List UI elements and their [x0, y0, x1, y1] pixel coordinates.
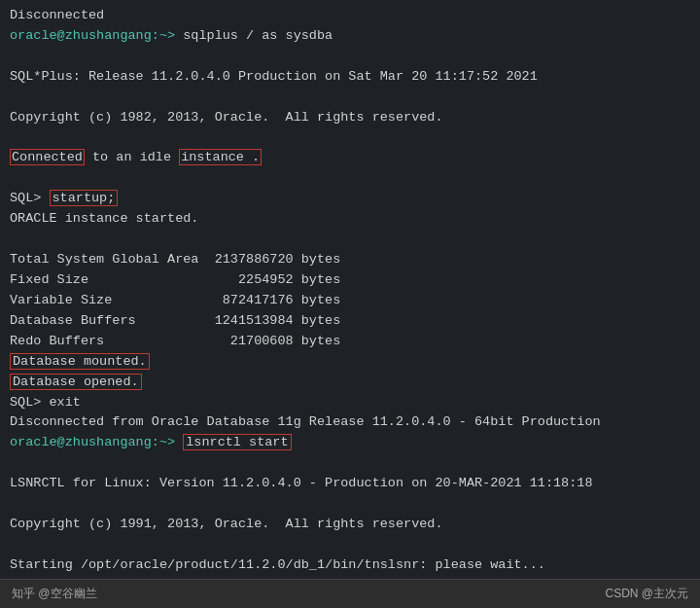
- cmd1: sqlplus / as sysdba: [175, 28, 332, 43]
- line-sql-startup: SQL> startup;: [10, 189, 690, 209]
- cmd2: lsnrctl start: [175, 434, 291, 450]
- line-prompt2: oracle@zhushangang:~> lsnrctl start: [10, 433, 690, 453]
- line-sqlplus-release: SQL*Plus: Release 11.2.0.4.0 Production …: [10, 67, 690, 88]
- line-db-opened: Database opened.: [10, 373, 690, 393]
- prompt2: oracle@zhushangang:~>: [10, 435, 175, 449]
- line-blank7: [10, 494, 690, 515]
- line-db-buffers: Database Buffers 1241513984 bytes: [10, 311, 690, 332]
- line-blank5: [10, 230, 690, 250]
- instance-highlight: instance .: [179, 149, 262, 165]
- prompt1: oracle@zhushangang:~>: [10, 28, 175, 43]
- line-blank4: [10, 168, 690, 189]
- line-blank2: [10, 88, 690, 108]
- line-db-mounted: Database mounted.: [10, 352, 690, 373]
- line-starting: Starting /opt/oracle/product/11.2.0/db_1…: [10, 555, 690, 576]
- startup-highlight: startup;: [50, 190, 119, 206]
- footer-bar: 知乎 @空谷幽兰 CSDN @主次元: [0, 579, 700, 608]
- line-variable-size: Variable Size 872417176 bytes: [10, 291, 690, 311]
- line-oracle-started: ORACLE instance started.: [10, 209, 690, 230]
- opened-highlight: Database opened.: [10, 374, 142, 390]
- footer-left-watermark: 知乎 @空谷幽兰: [12, 586, 97, 602]
- line-blank3: [10, 128, 690, 149]
- line-copyright1: Copyright (c) 1982, 2013, Oracle. All ri…: [10, 108, 690, 128]
- line-blank1: [10, 47, 690, 67]
- line-connected: Connected to an idle instance .: [10, 148, 690, 168]
- footer-right-watermark: CSDN @主次元: [605, 586, 688, 602]
- line-redo-buffers: Redo Buffers 21700608 bytes: [10, 332, 690, 352]
- line-lsnrctl-ver: LSNRCTL for Linux: Version 11.2.0.4.0 - …: [10, 474, 690, 494]
- line-disconnected: Disconnected: [10, 6, 690, 26]
- terminal: Disconnected oracle@zhushangang:~> sqlpl…: [0, 0, 700, 579]
- lsnrctl-highlight: lsnrctl start: [183, 434, 291, 450]
- line-copyright2: Copyright (c) 1991, 2013, Oracle. All ri…: [10, 515, 690, 535]
- line-prompt1: oracle@zhushangang:~> sqlplus / as sysdb…: [10, 26, 690, 47]
- line-blank6: [10, 453, 690, 474]
- line-blank8: [10, 535, 690, 555]
- line-sga-total: Total System Global Area 2137886720 byte…: [10, 250, 690, 270]
- line-disconnected-from: Disconnected from Oracle Database 11g Re…: [10, 412, 690, 433]
- mounted-highlight: Database mounted.: [10, 353, 150, 370]
- connected-highlight: Connected: [10, 149, 85, 165]
- line-fixed-size: Fixed Size 2254952 bytes: [10, 270, 690, 291]
- line-sql-exit: SQL> exit: [10, 393, 690, 413]
